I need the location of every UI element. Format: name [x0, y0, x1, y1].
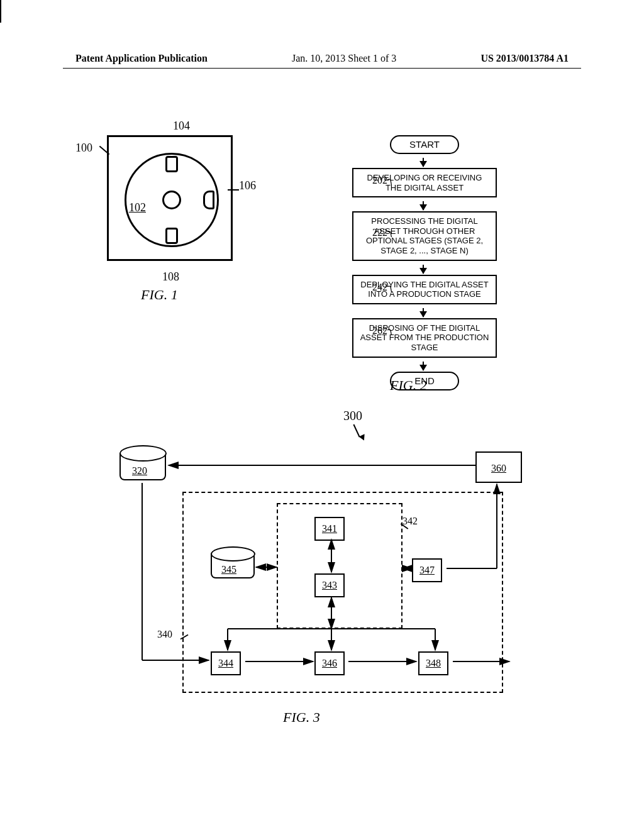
flow-start: START	[390, 135, 459, 154]
figure-3-block-diagram: 300 320 360 345 341 343 347 344 346 348 …	[119, 434, 522, 711]
header-right: US 2013/0013784 A1	[480, 53, 569, 64]
arrow-down-icon	[423, 308, 424, 317]
fig1-slot-top-icon	[165, 156, 178, 172]
lead-line-icon	[228, 189, 239, 191]
box-348: 348	[418, 651, 448, 675]
header-center: Jan. 10, 2013 Sheet 1 of 3	[292, 53, 396, 64]
flow-step-222: PROCESSING THE DIGITAL ASSET THROUGH OTH…	[352, 211, 497, 260]
flow-ref-222: 222╮	[372, 226, 394, 238]
figure-1	[107, 135, 233, 261]
flow-step-202: DEVELOPING OR RECEIVING THE DIGITAL ASSE…	[352, 168, 497, 197]
box-343: 343	[314, 573, 345, 597]
fig1-slot-right-icon	[203, 191, 214, 209]
figure-2-flowchart: START DEVELOPING OR RECEIVING THE DIGITA…	[302, 135, 528, 394]
arrow-down-icon	[423, 362, 424, 370]
lead-line-icon	[0, 8, 1, 23]
arrow-down-icon	[423, 201, 424, 210]
page: Patent Application Publication Jan. 10, …	[0, 0, 644, 830]
lead-line-icon	[353, 424, 360, 438]
box-341: 341	[314, 517, 345, 541]
fig1-hub-icon	[162, 191, 181, 209]
box-346: 346	[314, 651, 345, 675]
fig1-ref-106: 106	[239, 179, 256, 192]
fig3-ref-345: 345	[221, 564, 236, 575]
fig3-ref-300: 300	[343, 409, 362, 423]
flow-step-242: DEPLOYING THE DIGITAL ASSET INTO A PRODU…	[352, 275, 497, 304]
fig3-caption: FIG. 3	[283, 709, 320, 726]
box-360: 360	[475, 451, 522, 483]
flow-step-262: DISPOSING OF THE DIGITAL ASSET FROM THE …	[352, 318, 497, 358]
box-344: 344	[211, 651, 241, 675]
fig3-ref-340: 340	[157, 629, 172, 640]
flow-ref-262: 262╮	[372, 324, 394, 336]
fig1-ref-100: 100	[75, 141, 92, 155]
arrowhead-icon	[359, 434, 367, 441]
page-header: Patent Application Publication Jan. 10, …	[0, 53, 644, 64]
fig1-slot-bottom-icon	[165, 228, 178, 244]
fig1-caption: FIG. 1	[141, 287, 178, 303]
fig1-ref-102: 102	[129, 201, 146, 214]
fig2-caption: FIG. 2	[390, 377, 427, 394]
flow-ref-242: 242╮	[372, 281, 394, 293]
fig1-ref-108: 108	[162, 270, 179, 284]
header-rule	[63, 68, 581, 69]
box-347: 347	[412, 558, 442, 582]
fig1-ref-104: 104	[173, 119, 190, 133]
arrow-down-icon	[423, 158, 424, 167]
flow-ref-202: 202╮	[372, 174, 394, 186]
header-left: Patent Application Publication	[75, 53, 208, 64]
arrow-down-icon	[423, 265, 424, 274]
fig3-ref-320: 320	[132, 465, 147, 477]
fig1-outer-box	[107, 135, 233, 261]
lead-line-icon	[0, 0, 1, 8]
